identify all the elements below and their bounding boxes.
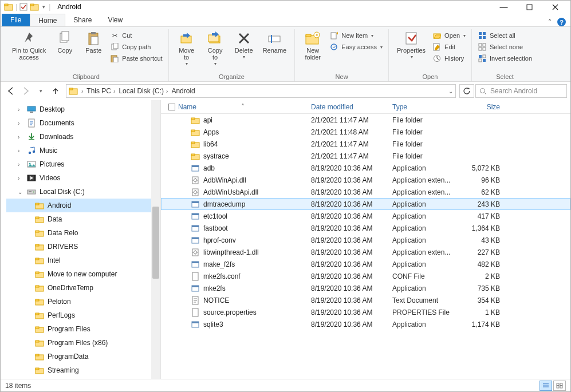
tree-item[interactable]: ProgramData	[6, 350, 160, 363]
file-row[interactable]: adb8/19/2020 10:36 AMApplication5,072 KB	[161, 162, 570, 174]
details-view-button[interactable]	[540, 381, 552, 391]
tree-item[interactable]: Peloton	[6, 295, 160, 308]
paste-button[interactable]: Paste	[80, 29, 107, 54]
file-row[interactable]: mke2fs8/19/2020 10:36 AMApplication735 K…	[161, 282, 570, 294]
cut-button[interactable]: ✂Cut	[109, 30, 163, 41]
back-button[interactable]	[4, 84, 18, 98]
file-row[interactable]: systrace2/1/2021 11:47 AMFile folder	[161, 150, 570, 162]
tree-item[interactable]: ›Pictures	[6, 157, 160, 171]
tree-item[interactable]: OneDriveTemp	[6, 281, 160, 295]
tab-file[interactable]: File	[2, 14, 30, 26]
up-button[interactable]	[49, 84, 62, 98]
tree-item[interactable]: PerfLogs	[6, 308, 160, 322]
tree-item[interactable]: ›Desktop	[6, 102, 160, 116]
tab-share[interactable]: Share	[65, 14, 100, 26]
help-icon[interactable]: ?	[557, 18, 566, 26]
select-none-button[interactable]: Select none	[477, 42, 533, 52]
move-to-button[interactable]: Move to▾	[174, 29, 200, 66]
file-row[interactable]: sqlite38/19/2020 10:36 AMApplication1,17…	[161, 318, 570, 330]
delete-button[interactable]: Delete▾	[231, 29, 257, 60]
expand-icon[interactable]: ›	[18, 161, 23, 168]
minimize-button[interactable]: —	[491, 1, 517, 13]
file-row[interactable]: source.properties8/19/2020 10:36 AMPROPE…	[161, 306, 570, 318]
tree-item[interactable]: DRIVERS	[6, 240, 160, 254]
large-icons-view-button[interactable]	[553, 381, 566, 391]
file-row[interactable]: Apps2/1/2021 11:48 AMFile folder	[161, 126, 570, 138]
tree-item[interactable]: ⌄Local Disk (C:)	[6, 185, 160, 199]
minimize-ribbon-icon[interactable]: ˄	[548, 18, 552, 26]
easy-access-button[interactable]: Easy access ▾	[328, 42, 384, 52]
expand-icon[interactable]: ›	[18, 106, 23, 113]
expand-icon[interactable]: ⌄	[18, 189, 23, 195]
navigation-tree[interactable]: ›Desktop›Documents›Downloads›Music›Pictu…	[1, 100, 161, 379]
file-row[interactable]: lib642/1/2021 11:47 AMFile folder	[161, 138, 570, 150]
maximize-button[interactable]	[517, 1, 542, 13]
tree-item[interactable]: ›Downloads	[6, 130, 160, 144]
file-row[interactable]: AdbWinApi.dll8/19/2020 10:36 AMApplicati…	[161, 174, 570, 186]
tree-item[interactable]: Android	[6, 199, 160, 212]
breadcrumb-2[interactable]: Android	[171, 87, 195, 95]
file-row[interactable]: api2/1/2021 11:47 AMFile folder	[161, 114, 570, 126]
recent-locations-button[interactable]: ▾	[34, 84, 48, 98]
chevron-right-icon[interactable]: ›	[80, 88, 84, 94]
close-button[interactable]	[542, 1, 568, 13]
select-all-button[interactable]: Select all	[477, 30, 533, 41]
address-dropdown-icon[interactable]: ⌄	[448, 88, 453, 94]
svg-rect-76	[36, 313, 39, 315]
file-row[interactable]: make_f2fs8/19/2020 10:36 AMApplication48…	[161, 258, 570, 270]
rename-button[interactable]: Rename	[259, 29, 290, 54]
tree-item[interactable]: ›Documents	[6, 116, 160, 130]
tree-scrollbar[interactable]	[151, 100, 160, 379]
tree-item[interactable]: Intel	[6, 254, 160, 267]
edit-button[interactable]: Edit	[431, 42, 467, 52]
copy-to-button[interactable]: Copy to▾	[202, 29, 229, 66]
file-row[interactable]: dmtracedump8/19/2020 10:36 AMApplication…	[161, 198, 570, 210]
search-box[interactable]: Search Android	[475, 84, 567, 98]
history-button[interactable]: History	[431, 53, 467, 64]
file-row[interactable]: mke2fs.conf8/19/2020 10:36 AMCONF File2 …	[161, 270, 570, 282]
breadcrumb-0[interactable]: This PC›	[86, 87, 116, 95]
tree-item[interactable]: Streaming	[6, 363, 160, 377]
column-date[interactable]: Date modified	[311, 103, 392, 111]
column-type[interactable]: Type	[392, 103, 461, 111]
open-button[interactable]: Open ▾	[431, 30, 467, 41]
copy-path-button[interactable]: Copy path	[109, 42, 163, 52]
tree-item[interactable]: Move to new computer	[6, 267, 160, 281]
file-row[interactable]: libwinpthread-1.dll8/19/2020 10:36 AMApp…	[161, 246, 570, 258]
paste-shortcut-button[interactable]: Paste shortcut	[109, 53, 163, 64]
tree-item[interactable]: ›Videos	[6, 171, 160, 185]
expand-icon[interactable]: ›	[18, 175, 23, 181]
file-row[interactable]: NOTICE8/19/2020 10:36 AMText Document354…	[161, 294, 570, 306]
tree-item[interactable]: Program Files (x86)	[6, 336, 160, 350]
refresh-button[interactable]	[459, 84, 474, 98]
select-all-checkbox[interactable]	[168, 104, 175, 110]
column-name[interactable]: Name˄	[178, 103, 311, 111]
tab-view[interactable]: View	[100, 14, 131, 26]
tab-home[interactable]: Home	[30, 14, 65, 26]
breadcrumb-1[interactable]: Local Disk (C:)›	[119, 87, 169, 95]
file-row[interactable]: hprof-conv8/19/2020 10:36 AMApplication4…	[161, 234, 570, 246]
new-folder-button[interactable]: ✦ New folder	[300, 29, 326, 61]
tree-item[interactable]: Data	[6, 212, 160, 226]
copy-button[interactable]: Copy	[52, 29, 78, 54]
tree-item[interactable]: ›Music	[6, 144, 160, 157]
file-row[interactable]: etc1tool8/19/2020 10:36 AMApplication417…	[161, 210, 570, 222]
file-row[interactable]: AdbWinUsbApi.dll8/19/2020 10:36 AMApplic…	[161, 186, 570, 198]
properties-button[interactable]: Properties▾	[393, 29, 429, 60]
forward-button[interactable]	[19, 84, 33, 98]
qat-dropdown-icon[interactable]: ▾	[41, 4, 46, 10]
invert-selection-button[interactable]: Invert selection	[477, 53, 533, 64]
tree-item[interactable]: Data Relo	[6, 226, 160, 240]
tree-item[interactable]: Program Files	[6, 322, 160, 336]
pin-button[interactable]: Pin to Quick access	[9, 29, 49, 61]
expand-icon[interactable]: ›	[18, 134, 23, 140]
address-bar[interactable]: › This PC› Local Disk (C:)› Android ⌄	[66, 84, 456, 98]
new-item-button[interactable]: ✦New item ▾	[328, 30, 384, 41]
file-row[interactable]: fastboot8/19/2020 10:36 AMApplication1,3…	[161, 222, 570, 234]
qat-folder-icon[interactable]	[30, 2, 39, 11]
column-size[interactable]: Size	[461, 103, 502, 111]
expand-icon[interactable]: ›	[18, 120, 23, 126]
tree-scroll-thumb[interactable]	[152, 207, 159, 279]
qat-checkbox-icon[interactable]	[19, 3, 27, 11]
expand-icon[interactable]: ›	[18, 148, 23, 154]
